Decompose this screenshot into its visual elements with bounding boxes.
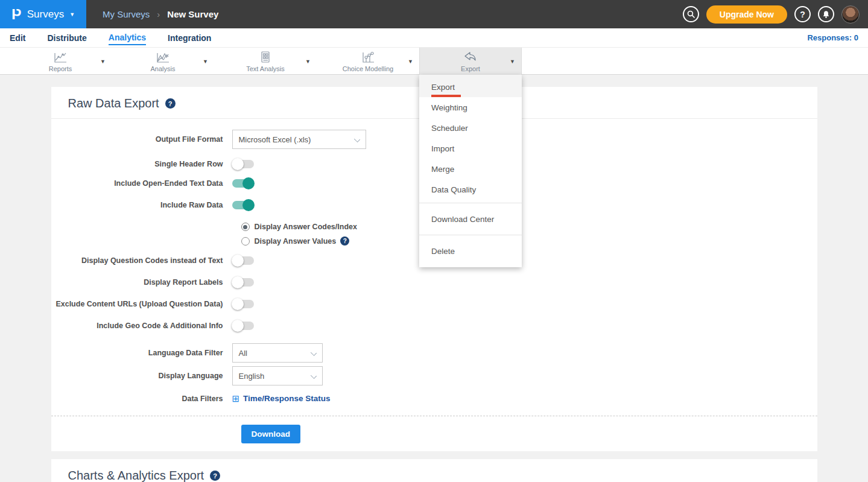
display-language-select[interactable]: English — [232, 366, 323, 385]
menu-item-data-quality[interactable]: Data Quality — [419, 179, 522, 200]
report-labels-row: Display Report Labels — [51, 278, 817, 287]
menu-item-export[interactable]: Export — [419, 75, 522, 97]
field-label: Display Report Labels — [51, 278, 232, 287]
top-bar: Ϥ Surveys ▼ My Surveys › New Survey Upgr… — [0, 0, 868, 28]
display-language-row: Display Language English — [51, 366, 817, 385]
caret-down-icon[interactable]: ▼ — [203, 59, 208, 65]
field-label: Single Header Row — [51, 160, 232, 168]
help-button[interactable]: ? — [794, 6, 811, 22]
answer-values-radio[interactable] — [241, 237, 250, 246]
caret-down-icon[interactable]: ▼ — [305, 59, 311, 65]
menu-item-scheduler[interactable]: Scheduler — [419, 118, 522, 138]
tab-edit[interactable]: Edit — [10, 31, 25, 45]
toolbar-text-analysis[interactable]: Text Analysis ▼ — [214, 48, 317, 75]
menu-item-weighting[interactable]: Weighting — [419, 97, 522, 118]
caret-down-icon[interactable]: ▼ — [100, 59, 106, 65]
toolbar-label: Analysis — [151, 65, 176, 72]
field-label: Data Filters — [51, 395, 232, 403]
raw-data-toggle[interactable] — [232, 201, 254, 209]
field-label: Exclude Content URLs (Upload Question Da… — [51, 300, 232, 308]
breadcrumb-my-surveys[interactable]: My Surveys — [103, 9, 150, 19]
field-label: Include Open-Ended Text Data — [51, 179, 232, 188]
chevron-down-icon — [310, 373, 316, 379]
language-filter-select[interactable]: All — [232, 343, 323, 363]
menu-item-delete[interactable]: Delete — [419, 238, 522, 264]
panel-title: Raw Data Export — [68, 97, 159, 110]
document-grid-icon — [259, 51, 272, 64]
open-ended-toggle[interactable] — [232, 179, 254, 188]
time-response-status-link[interactable]: Time/Response Status — [243, 394, 331, 403]
tab-distribute[interactable]: Distribute — [47, 31, 86, 45]
breadcrumb-current-survey: New Survey — [167, 9, 218, 19]
output-file-format-select[interactable]: Microsoft Excel (.xls) — [232, 130, 366, 149]
toolbar-label: Text Analysis — [246, 65, 285, 72]
field-label: Include Geo Code & Additional Info — [51, 322, 232, 330]
toolbar-reports[interactable]: Reports ▼ — [9, 48, 112, 75]
responses-count: Responses: 0 — [807, 33, 858, 42]
surveys-product-menu[interactable]: Ϥ Surveys ▼ — [0, 0, 86, 28]
toolbar-analysis[interactable]: Analysis ▼ — [112, 48, 214, 75]
question-codes-toggle[interactable] — [232, 256, 254, 265]
breadcrumb-separator-icon: › — [157, 9, 160, 19]
panel-title: Charts & Analytics Export — [68, 469, 204, 482]
toolbar-choice-modelling[interactable]: Choice Modelling ▼ — [317, 48, 419, 75]
language-filter-row: Language Data Filter All — [51, 343, 817, 363]
line-chart-icon — [52, 51, 68, 64]
chevron-down-icon: ▼ — [69, 11, 75, 17]
radio-label: Display Answer Codes/Index — [255, 223, 357, 231]
upgrade-now-button[interactable]: Upgrade Now — [706, 5, 787, 24]
bell-icon — [822, 10, 830, 19]
menu-item-download-center[interactable]: Download Center — [419, 206, 522, 232]
question-mark-icon: ? — [800, 10, 805, 19]
share-arrow-icon — [463, 51, 478, 64]
field-label: Output File Format — [51, 135, 232, 144]
chevron-down-icon — [310, 350, 316, 356]
menu-divider — [419, 235, 522, 235]
breadcrumb: My Surveys › New Survey — [103, 9, 218, 19]
search-icon — [687, 10, 695, 18]
toolbar-label: Choice Modelling — [343, 65, 393, 72]
data-filters-row: Data Filters ⊞ Time/Response Status — [51, 394, 817, 403]
toolbar-label: Export — [461, 65, 480, 72]
top-bar-actions: Upgrade Now ? — [683, 5, 860, 24]
scatter-chart-icon — [361, 51, 375, 64]
exclude-urls-row: Exclude Content URLs (Upload Question Da… — [51, 300, 817, 308]
menu-divider — [419, 203, 522, 203]
charts-analytics-export-panel: Charts & Analytics Export ? — [51, 459, 817, 482]
search-button[interactable] — [683, 6, 699, 22]
panel-header: Charts & Analytics Export ? — [51, 459, 817, 482]
toolbar-label: Reports — [49, 65, 72, 72]
field-label: Language Data Filter — [51, 349, 232, 357]
toolbar-export[interactable]: Export ▼ — [419, 48, 522, 75]
notifications-button[interactable] — [818, 6, 834, 22]
field-label: Include Raw Data — [51, 201, 232, 209]
single-header-toggle[interactable] — [232, 160, 254, 168]
help-icon[interactable]: ? — [340, 236, 349, 246]
caret-down-icon[interactable]: ▼ — [408, 59, 413, 65]
geo-code-toggle[interactable] — [232, 322, 254, 330]
exclude-urls-toggle[interactable] — [232, 300, 254, 308]
questionpro-logo-icon: Ϥ — [11, 7, 22, 22]
help-icon[interactable]: ? — [165, 98, 176, 109]
download-button[interactable]: Download — [241, 425, 301, 443]
multi-line-chart-icon — [155, 51, 171, 64]
survey-section-nav: Edit Distribute Analytics Integration Re… — [0, 28, 868, 48]
top-bar-main: My Surveys › New Survey Upgrade Now ? — [86, 0, 868, 28]
geo-code-row: Include Geo Code & Additional Info — [51, 322, 817, 330]
menu-item-merge[interactable]: Merge — [419, 159, 522, 179]
report-labels-toggle[interactable] — [232, 278, 254, 287]
export-dropdown-menu: Export Weighting Scheduler Import Merge … — [419, 75, 522, 267]
chevron-down-icon — [353, 136, 360, 142]
user-avatar[interactable] — [841, 5, 860, 24]
plus-box-icon: ⊞ — [232, 394, 240, 403]
caret-down-icon[interactable]: ▼ — [510, 59, 515, 65]
help-icon[interactable]: ? — [210, 471, 220, 481]
tab-analytics[interactable]: Analytics — [109, 30, 146, 45]
tab-integration[interactable]: Integration — [168, 31, 211, 45]
product-name: Surveys — [27, 8, 64, 21]
field-label: Display Question Codes instead of Text — [51, 256, 232, 265]
menu-item-import[interactable]: Import — [419, 138, 522, 159]
answer-codes-radio[interactable] — [241, 223, 250, 231]
download-row: Download — [51, 416, 817, 451]
radio-label: Display Answer Values — [255, 237, 337, 246]
